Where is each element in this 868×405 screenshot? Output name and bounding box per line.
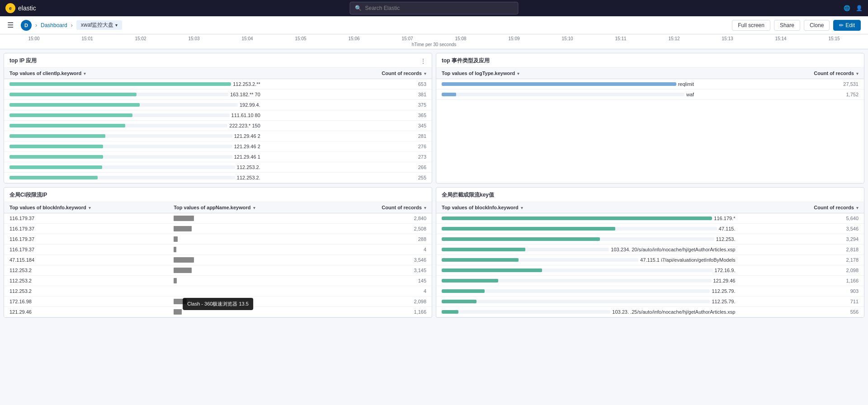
ci-col2-sort-icon: ▾ <box>253 206 255 210</box>
top-ip-table: Top values of clientIp.keyword ▾ Count o… <box>4 68 432 183</box>
fullscreen-button[interactable]: Full screen <box>732 20 770 31</box>
ci-col1-sort-icon: ▾ <box>89 206 91 210</box>
time-tick: 15:01 <box>61 36 114 41</box>
table-row: 47.115.1 i7/api/evaluation/getInfoByMode… <box>436 255 864 265</box>
panel-top-event-header: top 事件类型及应用 <box>436 53 864 68</box>
ci-app-cell <box>168 286 333 297</box>
table-row: 47.115. 3,546 <box>436 224 864 234</box>
table-row: 112.253.2 145 <box>4 276 432 286</box>
top-event-col1-header[interactable]: Top values of logType.keyword ▾ <box>436 68 699 79</box>
table-row: 112.253.2. 255 <box>4 173 432 183</box>
event-count-cell: 1,752 <box>699 89 864 100</box>
help-icon[interactable]: 🌐 <box>844 5 850 11</box>
table-row: 47.115.184 3,546 <box>4 255 432 265</box>
block-count-cell: 5,640 <box>741 213 864 224</box>
top-event-col2-header[interactable]: Count of records ▾ <box>699 68 864 79</box>
main-content: top IP 应用 ⋮ Top values of clientIp.keywo… <box>0 49 868 321</box>
breadcrumb-sep2: › <box>71 22 73 28</box>
clone-button[interactable]: Clone <box>804 20 830 31</box>
ci-col2-header[interactable]: Top values of appName.keyword ▾ <box>168 202 333 213</box>
ci-block-cell: 116.179.37 <box>4 224 168 234</box>
block-col1-header[interactable]: Top values of blockInfo.keyword ▾ <box>436 202 741 213</box>
ci-col3-header[interactable]: Count of records ▾ <box>333 202 432 213</box>
block-count-cell: 3,546 <box>741 224 864 234</box>
ci-block-cell: 112.253.2 <box>4 276 168 286</box>
table-row: 112.253.2. 266 <box>4 162 432 173</box>
ci-count-cell: 2,508 <box>333 224 432 234</box>
block-count-cell: 2,818 <box>741 245 864 255</box>
table-row: 116.179.37 4 <box>4 245 432 255</box>
search-bar[interactable]: 🔍 Search Elastic <box>350 2 519 14</box>
ci-block-cell: 116.179.37 <box>4 234 168 245</box>
ci-count-cell: 288 <box>333 234 432 245</box>
ci-app-cell <box>168 307 333 317</box>
top-ip-col2-header[interactable]: Count of records ▾ <box>266 68 432 79</box>
nav-icons: 🌐 👤 <box>844 5 863 11</box>
breadcrumb-sep: › <box>35 22 37 28</box>
ip-cell: 112.253.2.** <box>4 79 266 89</box>
block-col2-sort-icon: ▾ <box>856 206 859 210</box>
block-count-cell: 556 <box>741 307 864 317</box>
table-row: 121.29.46 2 281 <box>4 131 432 141</box>
table-row: 116.179.37 2,840 <box>4 213 432 224</box>
share-button[interactable]: Share <box>774 20 800 31</box>
count-cell: 381 <box>266 89 432 100</box>
block-col2-header[interactable]: Count of records ▾ <box>741 202 864 213</box>
table-row: 112.25.79. 903 <box>436 286 864 297</box>
count-cell: 266 <box>266 162 432 173</box>
ci-app-cell <box>168 276 333 286</box>
breadcrumb-chevron-icon[interactable]: ▾ <box>115 23 118 28</box>
ip-cell: 112.253.2. <box>4 173 266 183</box>
time-tick: 15:11 <box>594 36 647 41</box>
block-col1-sort-icon: ▾ <box>521 206 523 210</box>
panel-top-ip: top IP 应用 ⋮ Top values of clientIp.keywo… <box>4 53 432 184</box>
time-tick: 15:05 <box>274 36 327 41</box>
table-row: 111.61.10 80 365 <box>4 110 432 121</box>
count-cell: 365 <box>266 110 432 121</box>
edit-button[interactable]: ✏ Edit <box>833 20 861 31</box>
table-row: reqlimit 27,531 <box>436 79 864 89</box>
ip-cell: 121.29.46 2 <box>4 131 266 141</box>
ip-cell: 121.29.46 2 <box>4 141 266 152</box>
time-tick: 15:08 <box>434 36 487 41</box>
edit-label: Edit <box>845 22 855 28</box>
table-row: 163.182.** 70 381 <box>4 89 432 100</box>
ci-count-cell: 3,145 <box>333 265 432 276</box>
panel-top-ip-menu[interactable]: ⋮ <box>420 57 426 65</box>
count-cell: 255 <box>266 173 432 183</box>
block-count-cell: 3,294 <box>741 234 864 245</box>
ci-app-cell <box>168 265 333 276</box>
global-block-table: Top values of blockInfo.keyword ▾ Count … <box>436 202 864 317</box>
panel-global-block: 全局拦截或限流key值 Top values of blockInfo.keyw… <box>436 187 864 318</box>
ci-col1-header[interactable]: Top values of blockInfo.keyword ▾ <box>4 202 168 213</box>
block-count-cell: 1,166 <box>741 276 864 286</box>
ci-app-cell <box>168 255 333 265</box>
ci-app-cell <box>168 234 333 245</box>
ci-block-cell: 112.253.2 <box>4 265 168 276</box>
dashboard-link[interactable]: Dashboard <box>41 22 67 28</box>
menu-icon[interactable]: ☰ <box>7 21 14 29</box>
panel-global-ci-title: 全局CI段限流IP <box>9 191 47 199</box>
time-tick: 15:09 <box>487 36 541 41</box>
col2-sort-icon: ▾ <box>424 71 426 76</box>
top-ip-col1-header[interactable]: Top values of clientIp.keyword ▾ <box>4 68 266 79</box>
count-cell: 273 <box>266 152 432 162</box>
table-row: 121.29.46 1,166 <box>436 276 864 286</box>
col1-sort-icon: ▾ <box>84 71 86 76</box>
panel-top-event-title: top 事件类型及应用 <box>442 57 490 65</box>
block-cell: 103.23. .25/s/auto/info/nocache/hj/getAu… <box>436 307 741 317</box>
table-row: 103.23. .25/s/auto/info/nocache/hj/getAu… <box>436 307 864 317</box>
block-cell: 112.25.79. <box>436 297 741 307</box>
event-type-cell: reqlimit <box>436 79 699 89</box>
block-cell: 47.115. <box>436 224 741 234</box>
user-icon[interactable]: 👤 <box>856 5 863 11</box>
panel-top-ip-header: top IP 应用 ⋮ <box>4 53 432 68</box>
panel-top-event-body: Top values of logType.keyword ▾ Count of… <box>436 68 864 100</box>
global-ci-table: Top values of blockInfo.keyword ▾ Top va… <box>4 202 432 317</box>
time-ticks: 15:0015:0115:0215:0315:0415:0515:0615:07… <box>7 36 861 41</box>
block-cell: 112.253. <box>436 234 741 245</box>
ci-count-cell: 4 <box>333 245 432 255</box>
search-placeholder: Search Elastic <box>365 5 400 11</box>
time-tick: 15:02 <box>114 36 167 41</box>
ci-count-cell: 145 <box>333 276 432 286</box>
